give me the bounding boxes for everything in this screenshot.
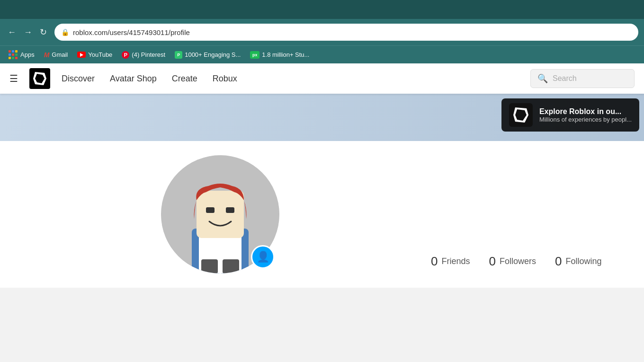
following-count: 0 [555,254,562,269]
svg-rect-14 [223,259,239,274]
promo-title: Explore Roblox in ou... [539,107,632,116]
followers-stat: 0 Followers [489,254,537,269]
lock-icon: 🔒 [61,28,69,36]
avatar-shop-link[interactable]: Avatar Shop [110,74,157,84]
roblox-promo-box: Explore Roblox in ou... Millions of expe… [501,98,639,132]
tab-bar [0,0,644,19]
page-content: ☰ Discover Avatar Shop Create Robux 🔍 Se… [0,63,644,362]
bookmark-gmail[interactable]: M Gmail [40,49,72,61]
px-label: 1.8 million+ Stu... [262,51,309,58]
address-bar-row: ← → ↻ 🔒 roblox.com/users/4157493011/prof… [0,19,644,45]
social-stats: 0 Friends 0 Followers 0 Following [431,254,602,274]
friends-stat: 0 Friends [431,254,470,269]
bookmark-px[interactable]: px 1.8 million+ Stu... [246,49,313,61]
gmail-label: Gmail [52,51,68,58]
forward-button[interactable]: → [22,26,34,39]
gmail-icon: M [44,51,50,59]
discover-link[interactable]: Discover [62,74,95,84]
apps-label: Apps [20,51,35,58]
roblox-navbar: ☰ Discover Avatar Shop Create Robux 🔍 Se… [0,63,644,94]
promo-text: Explore Roblox in ou... Millions of expe… [539,107,632,123]
address-bar[interactable]: 🔒 roblox.com/users/4157493011/profile [54,24,638,41]
px-icon: px [250,51,259,59]
youtube-label: YouTube [88,51,112,58]
roblox-logo[interactable] [29,68,50,89]
bookmarks-bar: Apps M Gmail YouTube P (4) Pinterest P 1… [0,45,644,63]
pixabay-label: 1000+ Engaging S... [185,51,241,58]
search-icon: 🔍 [537,73,548,84]
browser-chrome: ← → ↻ 🔒 roblox.com/users/4157493011/prof… [0,0,644,63]
bookmark-apps[interactable]: Apps [5,48,38,62]
pixabay-icon: P [175,51,182,59]
pinterest-label: (4) Pinterest [132,51,165,58]
nav-links: Discover Avatar Shop Create Robux [62,74,237,84]
youtube-icon [77,52,86,58]
roblox-logo-svg [31,70,48,87]
svg-rect-11 [206,207,215,213]
avatar-container: 👤 [161,155,279,274]
bookmark-youtube[interactable]: YouTube [73,49,116,60]
pinterest-icon: P [122,51,129,59]
robux-link[interactable]: Robux [213,74,237,84]
svg-rect-10 [197,191,244,238]
svg-rect-13 [201,259,218,274]
create-link[interactable]: Create [172,74,197,84]
promo-logo-svg [511,106,530,124]
user-icon: 👤 [257,251,269,263]
promo-logo [509,103,533,127]
search-placeholder: Search [553,74,577,83]
friends-label: Friends [441,256,470,266]
followers-count: 0 [489,254,496,269]
search-box[interactable]: 🔍 Search [530,69,635,88]
nav-buttons: ← → ↻ [6,25,49,39]
svg-rect-12 [226,207,234,213]
url-text: roblox.com/users/4157493011/profile [73,28,190,36]
back-button[interactable]: ← [6,26,18,39]
youtube-play-icon [80,53,83,57]
following-label: Following [565,256,601,266]
profile-section: 👤 0 Friends 0 Followers 0 Following [0,141,644,288]
apps-grid-icon [9,50,18,60]
online-badge: 👤 [251,245,275,269]
hamburger-button[interactable]: ☰ [9,73,18,84]
following-stat: 0 Following [555,254,602,269]
followers-label: Followers [500,256,536,266]
friends-count: 0 [431,254,438,269]
reload-button[interactable]: ↻ [38,25,49,39]
bookmark-pixabay[interactable]: P 1000+ Engaging S... [171,49,244,61]
banner-area: Explore Roblox in ou... Millions of expe… [0,94,644,141]
bookmark-pinterest[interactable]: P (4) Pinterest [118,49,169,61]
promo-subtitle: Millions of experiences by peopl... [539,116,632,123]
